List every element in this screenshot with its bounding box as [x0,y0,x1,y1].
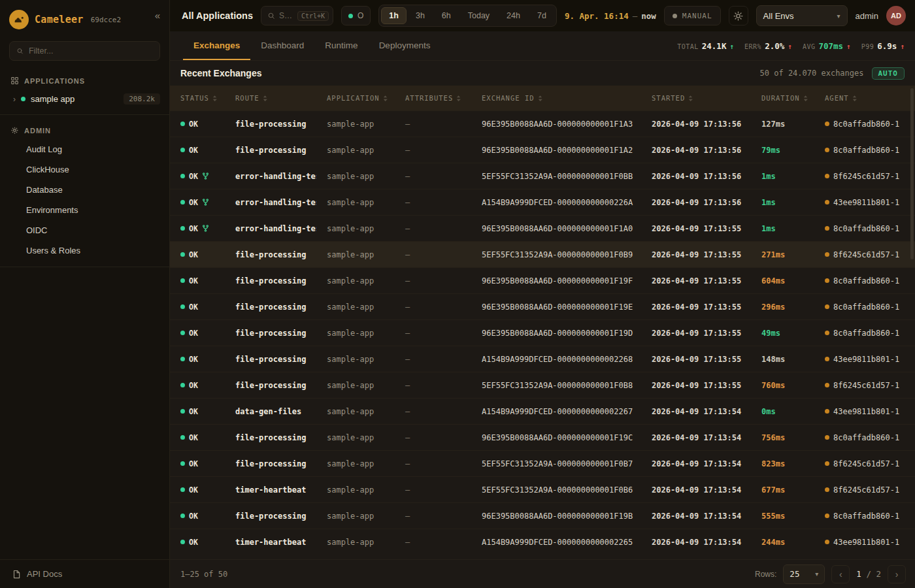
live-indicator[interactable]: O [341,6,371,25]
table-row[interactable]: OK file-processing sample-app — 5EF55FC3… [170,450,915,476]
chevron-right-icon[interactable]: › [13,95,16,104]
stat-avg: AVG 707ms ↑ [803,41,851,51]
sidebar-item-users-roles[interactable]: Users & Roles [0,240,169,261]
application-cell: sample-app [316,120,395,129]
tab-deployments[interactable]: Deployments [369,31,441,60]
table-row[interactable]: OK error-handling-test sample-app — 96E3… [170,215,915,241]
auto-refresh-badge[interactable]: AUTO [872,67,905,80]
time-range-1h[interactable]: 1h [381,7,407,24]
tab-dashboard[interactable]: Dashboard [250,31,314,60]
sidebar-item-audit-log[interactable]: Audit Log [0,139,169,159]
status-ok-dot [180,226,185,231]
sidebar-item-sample-app[interactable]: › sample app 208.2k [0,90,169,108]
started-cell: 2026-04-09 17:13:55 [641,250,751,259]
manual-refresh-button[interactable]: MANUAL [664,6,721,25]
sort-icon [456,95,461,101]
agent-cell: 8c0affadb860-1 [814,120,915,129]
applications-section-label: APPLICATIONS [0,71,169,90]
sidebar-item-oidc[interactable]: OIDC [0,220,169,240]
table-row[interactable]: OK timer-heartbeat sample-app — A154B9A9… [170,529,915,555]
sidebar-collapse-icon[interactable]: « [155,10,160,21]
attributes-cell: — [395,224,471,233]
status-ok-dot [180,122,185,126]
column-header-duration[interactable]: DURATION [751,94,814,102]
column-header-attributes[interactable]: ATTRIBUTES [395,94,471,102]
exchange-id-cell: 5EF55FC31352A9A-000000000001F0B8 [471,381,641,390]
api-docs-link[interactable]: API Docs [0,559,169,588]
time-range-today[interactable]: Today [460,7,497,24]
global-search[interactable]: S… Ctrl+K [261,6,333,25]
prev-page-button[interactable]: ‹ [831,565,850,583]
table-row[interactable]: OK error-handling-test sample-app — A154… [170,189,915,215]
attributes-cell: — [395,381,471,390]
theme-toggle-button[interactable] [729,6,748,25]
manual-dot [673,14,677,18]
table-row[interactable]: OK file-processing sample-app — 96E395B0… [170,267,915,293]
table-row[interactable]: OK file-processing sample-app — 96E395B0… [170,424,915,450]
sidebar-item-clickhouse[interactable]: ClickHouse [0,159,169,180]
table-row[interactable]: OK file-processing sample-app — 5EF55FC3… [170,241,915,267]
time-range-3h[interactable]: 3h [408,7,433,24]
attributes-cell: — [395,512,471,521]
filter-input[interactable] [29,46,153,56]
time-range-6h[interactable]: 6h [434,7,459,24]
tab-exchanges[interactable]: Exchanges [183,31,250,60]
table-row[interactable]: OK error-handling-test sample-app — 5EF5… [170,163,915,189]
rows-per-page-select[interactable]: 25 ▾ [783,564,825,584]
brand-name: Cameleer [35,14,84,25]
table-row[interactable]: OK file-processing sample-app — 96E395B0… [170,502,915,529]
column-header-application[interactable]: APPLICATION [316,94,395,102]
table-row[interactable]: OK file-processing sample-app — 96E395B0… [170,319,915,346]
scrollbar-thumb[interactable] [910,88,914,259]
table-row[interactable]: OK file-processing sample-app — 96E395B0… [170,110,915,137]
page-indicator: 1 / 2 [856,569,881,579]
table-row[interactable]: OK file-processing sample-app — 96E395B0… [170,293,915,319]
row-range-label: 1–25 of 50 [180,570,227,579]
started-cell: 2026-04-09 17:13:56 [641,172,751,181]
column-header-exchange-id[interactable]: EXCHANGE ID [471,94,641,102]
status-ok-dot [180,487,185,492]
duration-cell: 756ms [751,433,814,442]
search-placeholder: S… [279,11,292,20]
started-cell: 2026-04-09 17:13:54 [641,485,751,495]
window-end: now [641,11,656,21]
table-row[interactable]: OK file-processing sample-app — 5EF55FC3… [170,372,915,398]
attributes-cell: — [395,485,471,495]
started-cell: 2026-04-09 17:13:56 [641,146,751,155]
agent-cell: 8c0affadb860-1 [814,276,915,286]
next-page-button[interactable]: › [888,565,906,583]
status-label: OK [189,120,198,129]
chevron-down-icon: ▾ [815,570,818,578]
duration-cell: 127ms [751,120,814,129]
tab-runtime[interactable]: Runtime [314,31,368,60]
exchange-id-cell: 96E395B0088AA6D-000000000001F19B [471,512,641,521]
column-header-route[interactable]: ROUTE [225,94,316,102]
tabs-bar: Exchanges Dashboard Runtime Deployments … [170,31,915,61]
stat-total: TOTAL 24.1K ↑ [677,41,734,51]
agent-cell: 43ee9811b801-1 [814,538,915,547]
sidebar-item-environments[interactable]: Environments [0,200,169,220]
sidebar-item-database[interactable]: Database [0,180,169,200]
exchange-id-cell: 5EF55FC31352A9A-000000000001F0B9 [471,250,641,259]
table-row[interactable]: OK file-processing sample-app — 96E395B0… [170,137,915,163]
environment-select[interactable]: All Envs ▾ [756,5,848,26]
sidebar-header: Cameleer 69dcce2 « [0,0,169,36]
agent-dot [825,487,829,492]
started-cell: 2026-04-09 17:13:54 [641,459,751,468]
table-row[interactable]: OK timer-heartbeat sample-app — 5EF55FC3… [170,476,915,502]
column-header-agent[interactable]: AGENT [814,94,915,102]
column-header-started[interactable]: STARTED [641,94,751,102]
application-cell: sample-app [316,485,395,495]
status-label: OK [189,485,198,495]
table-row[interactable]: OK data-gen-files sample-app — A154B9A99… [170,398,915,424]
exchange-count: 50 of 24.070 exchanges [760,69,864,78]
pagination-bar: 1–25 of 50 Rows: 25 ▾ ‹ 1 / 2 › [170,559,915,588]
time-range-7d[interactable]: 7d [529,7,554,24]
sidebar-filter[interactable] [9,41,160,61]
table-row[interactable]: OK file-processing sample-app — A154B9A9… [170,346,915,372]
column-header-status[interactable]: STATUS [170,94,225,102]
avatar[interactable]: AD [886,6,906,25]
time-range-24h[interactable]: 24h [499,7,528,24]
trend-up-icon: ↑ [846,42,851,51]
status-label: OK [189,224,198,233]
